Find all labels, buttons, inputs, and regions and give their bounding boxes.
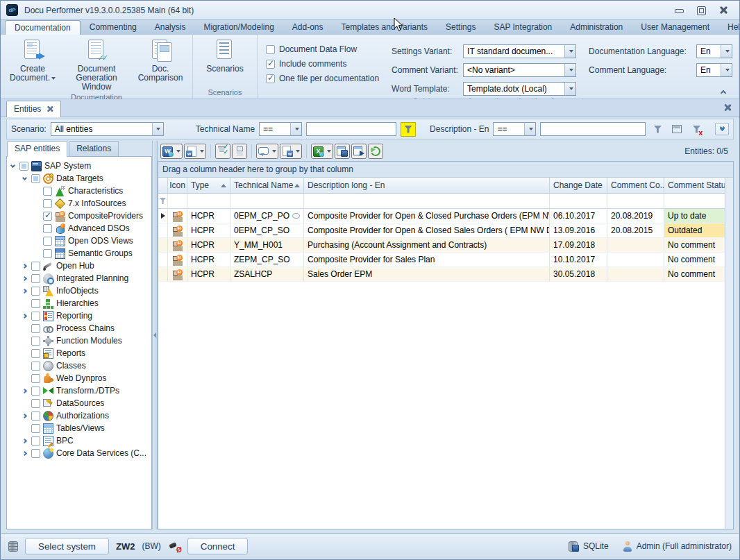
authorizations-checkbox[interactable] bbox=[31, 411, 40, 421]
ribbon-tab-settings[interactable]: Settings bbox=[437, 20, 485, 35]
reporting-checkbox[interactable] bbox=[31, 312, 40, 321]
tables-views-checkbox[interactable] bbox=[31, 424, 40, 433]
open-ods-views-checkbox[interactable] bbox=[43, 237, 52, 246]
description-filter-input[interactable] bbox=[540, 122, 646, 136]
tree-item-process-chains[interactable]: Process Chains bbox=[7, 322, 151, 334]
ribbon-tab-analysis[interactable]: Analysis bbox=[146, 20, 195, 35]
dropdown-button[interactable] bbox=[721, 45, 732, 58]
filter-cell-change-date[interactable] bbox=[550, 194, 607, 209]
expand-arrow-icon[interactable] bbox=[20, 314, 28, 318]
characteristics-checkbox[interactable] bbox=[43, 187, 52, 196]
column-header-icon[interactable]: Icon bbox=[168, 178, 187, 194]
column-header-technical-name[interactable]: Technical Name bbox=[230, 178, 304, 194]
scenario-select[interactable]: All entities bbox=[51, 122, 164, 136]
filter-cell-description-long-en[interactable] bbox=[304, 194, 550, 209]
7-x-infosources-checkbox[interactable] bbox=[43, 199, 52, 208]
refresh-button[interactable] bbox=[368, 144, 383, 159]
tree-item-datasources[interactable]: DataSources bbox=[7, 397, 151, 409]
sap-system-checkbox[interactable] bbox=[19, 162, 28, 171]
filter-editor-button[interactable] bbox=[669, 122, 684, 137]
comment-language-select[interactable]: En bbox=[696, 63, 732, 77]
dropdown-button[interactable] bbox=[290, 123, 301, 135]
grid-row-0epm-cp-so[interactable]: HCPR0EPM_CP_SOComposite Provider for Ope… bbox=[158, 223, 733, 238]
filter-cell-type[interactable] bbox=[187, 194, 230, 209]
check-stack-button[interactable] bbox=[215, 144, 230, 159]
tree-item-7-x-infosources[interactable]: 7.x InfoSources bbox=[7, 197, 151, 210]
tree-item-infoobjects[interactable]: InfoObjects bbox=[7, 285, 151, 297]
collapse-arrow-icon[interactable] bbox=[20, 178, 28, 180]
ribbon-tab-sap-integration[interactable]: SAP Integration bbox=[485, 20, 561, 35]
connect-button[interactable]: Connect bbox=[187, 538, 249, 554]
tree-item-classes[interactable]: Classes bbox=[7, 359, 151, 372]
close-button[interactable] bbox=[717, 6, 730, 15]
tree-item-sap-system[interactable]: SAP System bbox=[7, 160, 151, 172]
word-template-select[interactable]: Template.dotx (Local) bbox=[463, 82, 576, 96]
tree-item-core-data-services-c[interactable]: Core Data Services (C... bbox=[7, 447, 151, 459]
filter-cell-comment-co[interactable] bbox=[607, 194, 664, 209]
comment-bubble-button[interactable] bbox=[256, 144, 278, 159]
process-chains-checkbox[interactable] bbox=[31, 324, 40, 333]
tree-item-advanced-dsos[interactable]: Advanced DSOs bbox=[7, 222, 151, 235]
tree-item-hierarchies[interactable]: Hierarchies bbox=[7, 297, 151, 309]
expand-arrow-icon[interactable] bbox=[20, 414, 28, 418]
minimize-button[interactable] bbox=[673, 6, 685, 15]
column-header-description-long-en[interactable]: Description long - En bbox=[304, 178, 550, 194]
tree-item-tables-views[interactable]: Tables/Views bbox=[7, 422, 151, 434]
create-document-button[interactable]: Create Document. bbox=[1, 37, 65, 83]
expand-arrow-icon[interactable] bbox=[20, 289, 28, 293]
ribbon-tab-help[interactable]: Help bbox=[718, 20, 740, 35]
expand-arrow-icon[interactable] bbox=[20, 389, 28, 393]
excel-export-button[interactable] bbox=[311, 144, 333, 159]
ribbon-collapse-button[interactable] bbox=[721, 87, 732, 96]
document-data-flow-checkbox[interactable] bbox=[266, 45, 275, 54]
advanced-dsos-checkbox[interactable] bbox=[43, 224, 52, 233]
one-file-per-documentation-checkbox[interactable] bbox=[266, 74, 275, 83]
expand-arrow-icon[interactable] bbox=[20, 277, 28, 280]
classes-checkbox[interactable] bbox=[31, 362, 40, 371]
hierarchies-checkbox[interactable] bbox=[31, 299, 40, 308]
grid-export-button[interactable] bbox=[351, 144, 367, 159]
ribbon-tab-commenting[interactable]: Commenting bbox=[81, 20, 146, 35]
doc-word-button[interactable] bbox=[280, 144, 302, 159]
tree-item-function-modules[interactable]: Function Modules bbox=[7, 334, 151, 347]
doc-comparison-button[interactable]: Doc. Comparison bbox=[128, 37, 192, 83]
tree-item-open-hub[interactable]: Open Hub bbox=[7, 260, 151, 272]
tree-item-integrated-planning[interactable]: Integrated Planning bbox=[7, 272, 151, 285]
select-system-button[interactable]: Select system bbox=[25, 538, 109, 554]
tree-item-transform-dtps[interactable]: Transform./DTPs bbox=[7, 384, 151, 397]
function-modules-checkbox[interactable] bbox=[31, 337, 40, 346]
ribbon-tab-add-ons[interactable]: Add-ons bbox=[283, 20, 333, 35]
column-header-comment-status[interactable]: Comment Status bbox=[664, 178, 728, 194]
tree-item-compositeproviders[interactable]: CompositeProviders bbox=[7, 210, 151, 222]
tree-item-reporting[interactable]: Reporting bbox=[7, 309, 151, 322]
web-dynpros-checkbox[interactable] bbox=[31, 374, 40, 383]
technical-name-filter-apply-button[interactable] bbox=[401, 122, 416, 137]
dropdown-button[interactable] bbox=[564, 83, 575, 95]
grid-save-button[interactable] bbox=[335, 144, 350, 159]
filter-cell-technical-name[interactable] bbox=[230, 194, 304, 209]
word-export-button[interactable] bbox=[160, 144, 183, 159]
dropdown-button[interactable] bbox=[564, 45, 575, 58]
clear-filter-button[interactable]: x bbox=[689, 122, 704, 137]
expand-arrow-icon[interactable] bbox=[20, 439, 28, 443]
expand-arrow-icon[interactable] bbox=[20, 452, 28, 455]
bpc-checkbox[interactable] bbox=[31, 436, 40, 446]
expand-filters-button[interactable] bbox=[715, 123, 729, 135]
ribbon-tab-user-management[interactable]: User Management bbox=[632, 20, 718, 35]
grid-row-y-mm-h001[interactable]: HCPRY_MM_H001Purchasing (Account Assignm… bbox=[158, 238, 733, 253]
technical-name-operator-select[interactable]: == bbox=[259, 122, 302, 136]
tree-item-reports[interactable]: Reports bbox=[7, 347, 151, 359]
ribbon-tab-templates-and-variants[interactable]: Templates and Variants bbox=[333, 20, 437, 35]
compositeproviders-checkbox[interactable] bbox=[43, 212, 52, 221]
grid-row-0epm-cp-po[interactable]: HCPR0EPM_CP_POComposite Provider for Ope… bbox=[158, 209, 733, 223]
ribbon-tab-administration[interactable]: Administration bbox=[561, 20, 632, 35]
include-comments-checkbox[interactable] bbox=[266, 60, 275, 69]
filter-cell-icon[interactable] bbox=[168, 194, 187, 209]
documentation-language-select[interactable]: En bbox=[696, 44, 732, 58]
column-header-change-date[interactable]: Change Date bbox=[550, 178, 607, 194]
integrated-planning-checkbox[interactable] bbox=[31, 274, 40, 283]
open-hub-checkbox[interactable] bbox=[31, 262, 40, 271]
vertical-scrollbar[interactable] bbox=[725, 178, 733, 529]
filter-cell-comment-status[interactable] bbox=[664, 194, 728, 209]
tab-entities[interactable]: Entities bbox=[6, 101, 61, 117]
